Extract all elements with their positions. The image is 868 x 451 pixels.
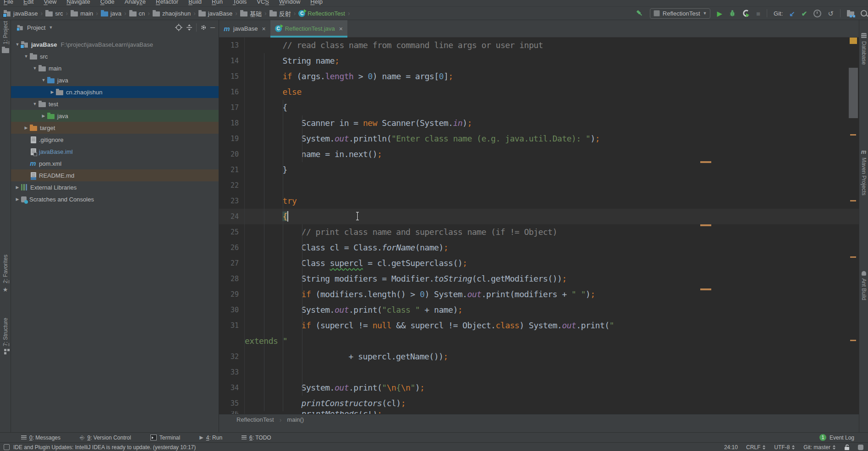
stripe-button-ant-build[interactable]: Ant Build (859, 271, 868, 300)
line-number[interactable]: 19 (219, 131, 245, 147)
code-line[interactable]: 25// print class name and superclass nam… (219, 224, 859, 240)
menu-item-navigate[interactable]: Navigate (66, 0, 90, 6)
line-number[interactable]: 29 (219, 287, 245, 302)
stripe-button-7-structure[interactable]: 7: Structure (0, 318, 11, 354)
run-button[interactable]: ▶ (717, 10, 722, 17)
breadcrumb-item[interactable]: src (45, 10, 63, 17)
stop-button[interactable]: ■ (756, 10, 760, 17)
toolwindow-button-9-version-control[interactable]: ⎆9: Version Control (80, 434, 131, 441)
menu-item-build[interactable]: Build (188, 0, 202, 6)
code-line[interactable]: 20name = in.next(); (219, 147, 859, 162)
code-line[interactable]: 21} (219, 162, 859, 178)
toolwindow-folder-icon[interactable] (847, 11, 854, 16)
toolwindow-button-terminal[interactable]: Terminal (150, 435, 180, 441)
code-line[interactable]: 23try (219, 193, 859, 209)
menu-item-run[interactable]: Run (212, 0, 223, 6)
line-number[interactable]: 13 (219, 38, 245, 53)
menu-item-analyze[interactable]: Analyze (125, 0, 146, 6)
error-stripe[interactable] (847, 38, 859, 414)
git-branch-widget[interactable]: Git: master (803, 444, 836, 451)
stripe-mark[interactable] (850, 340, 856, 341)
search-everywhere-icon[interactable] (861, 10, 867, 16)
line-number[interactable]: 27 (219, 255, 245, 271)
code-line[interactable]: 16else (219, 84, 859, 100)
breadcrumb-item[interactable]: javaBase (4, 10, 38, 17)
caret-position[interactable]: 24:10 (724, 444, 738, 451)
breadcrumb-item[interactable]: main (71, 10, 93, 17)
breadcrumb-item[interactable]: javaBase (198, 10, 232, 17)
line-number[interactable]: 34 (219, 380, 245, 396)
toolwindow-button-6-todo[interactable]: 6: TODO (242, 435, 271, 441)
menu-item-window[interactable]: Window (279, 0, 300, 6)
code-line[interactable]: 29if (modifiers.length() > 0) System.out… (219, 287, 859, 302)
line-number[interactable]: 17 (219, 100, 245, 115)
line-number[interactable]: 15 (219, 69, 245, 84)
menu-item-tools[interactable]: Tools (233, 0, 247, 6)
line-number[interactable]: 24 (219, 209, 245, 224)
tree-row-javabase[interactable]: ▼javaBaseF:\project\javaBaseLearn\javaBa… (11, 38, 219, 50)
toolwindow-button-0-messages[interactable]: 0: Messages (21, 435, 60, 441)
code-editor[interactable]: 13// read class name from command line a… (219, 38, 859, 414)
tree-row-scratches-and-consoles[interactable]: ▶Scratches and Consoles (11, 193, 219, 205)
line-number[interactable]: 32 (219, 349, 245, 364)
code-line[interactable]: 24{ (219, 209, 859, 224)
tree-row-java[interactable]: ▼java (11, 74, 219, 86)
inspection-profile-icon[interactable] (858, 445, 863, 450)
menu-item-view[interactable]: View (44, 0, 56, 6)
line-number[interactable]: 33 (219, 364, 245, 380)
line-separator-widget[interactable]: CRLF (746, 444, 766, 451)
git-update-button[interactable]: ↙ (789, 10, 795, 17)
tree-row-javabase-iml[interactable]: javaBase.iml (11, 146, 219, 158)
stripe-button-1-project[interactable]: 1: Project (0, 21, 11, 53)
code-line[interactable]: 33 (219, 364, 859, 380)
tree-row-external-libraries[interactable]: ▶External Libraries (11, 181, 219, 193)
stripe-button-2-favorites[interactable]: 2: Favorites★ (0, 255, 11, 293)
build-hammer-icon[interactable] (635, 9, 643, 17)
line-number[interactable]: 25 (219, 224, 245, 240)
code-line[interactable]: 18Scanner in = new Scanner(System.in); (219, 115, 859, 131)
code-line[interactable]: 28String modifiers = Modifier.toString(c… (219, 271, 859, 287)
tree-row-readme-md[interactable]: README.md (11, 169, 219, 181)
line-number[interactable]: 21 (219, 162, 245, 178)
stripe-button-maven-projects[interactable]: mMaven Projects (859, 149, 868, 196)
code-line[interactable]: 34System.out.print("\n{\n"); (219, 380, 859, 396)
tree-row-main[interactable]: ▼main (11, 62, 219, 74)
stripe-mark[interactable] (850, 256, 856, 258)
tree-row--gitignore[interactable]: .gitignore (11, 134, 219, 146)
code-line[interactable]: 30System.out.print("class " + name); (219, 302, 859, 318)
debug-button[interactable] (729, 10, 736, 17)
menu-item-edit[interactable]: Edit (23, 0, 33, 6)
tree-row-src[interactable]: ▼src (11, 50, 219, 62)
breadcrumb-item[interactable]: cn (129, 10, 145, 17)
code-line[interactable]: 22 (219, 178, 859, 193)
code-line[interactable]: 13// read class name from command line a… (219, 38, 859, 53)
toolwindow-button-4-run[interactable]: ▶4: Run (199, 435, 222, 441)
code-line[interactable]: 27Class supercl = cl.getSuperclass(); (219, 255, 859, 271)
tree-row-pom-xml[interactable]: mpom.xml (11, 158, 219, 169)
line-number[interactable] (219, 333, 245, 349)
collapse-all-button[interactable] (186, 24, 193, 31)
code-line[interactable]: 26Class cl = Class.forName(name); (219, 240, 859, 255)
line-number[interactable]: 20 (219, 147, 245, 162)
event-log-button[interactable]: 1Event Log (819, 434, 854, 441)
code-line[interactable]: 32+ supercl.getName()); (219, 349, 859, 364)
recent-changes-icon[interactable] (813, 10, 821, 17)
tree-row-cn-zhaojishun[interactable]: ▶cn.zhaojishun (11, 86, 219, 98)
stripe-mark[interactable] (850, 200, 856, 201)
code-line[interactable]: 36printMethods(cl); (219, 411, 859, 414)
line-number[interactable]: 35 (219, 396, 245, 411)
editor-tab-javabase[interactable]: mjavaBase× (219, 20, 270, 37)
scrollbar-thumb[interactable] (849, 68, 858, 118)
editor-tab-reflectiontest-java[interactable]: CReflectionTest.java× (270, 20, 347, 37)
hide-panel-button[interactable]: ─ (210, 24, 215, 31)
locate-button[interactable] (175, 24, 182, 31)
encoding-widget[interactable]: UTF-8 (774, 444, 795, 451)
breadcrumb-item[interactable]: CReflectionTest (298, 10, 345, 17)
run-config-select[interactable]: ReflectionTest ▼ (650, 8, 711, 19)
tree-row-target[interactable]: ▶target (11, 122, 219, 134)
editor-breadcrumb-item[interactable]: ReflectionTest (236, 416, 274, 423)
git-commit-button[interactable]: ✔ (802, 10, 808, 17)
chevron-down-icon[interactable]: ▼ (49, 25, 53, 30)
code-line[interactable]: extends " (219, 333, 859, 349)
menu-item-refactor[interactable]: Refactor (156, 0, 178, 6)
